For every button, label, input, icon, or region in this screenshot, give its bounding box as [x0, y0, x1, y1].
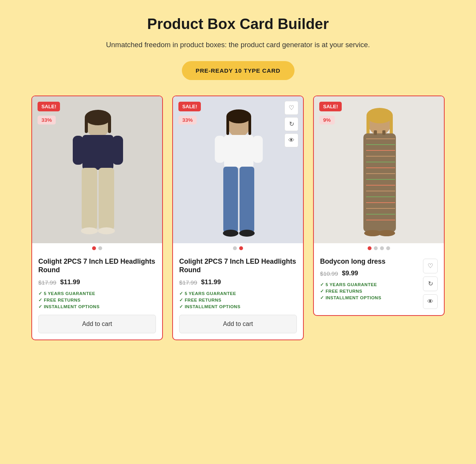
- sale-badge-3: SALE!: [319, 102, 342, 111]
- svg-rect-22: [226, 116, 229, 135]
- compare-button-2[interactable]: ↻: [284, 117, 298, 131]
- svg-rect-11: [108, 118, 111, 133]
- cta-button[interactable]: PRE-READY 10 TYPE CARD: [182, 61, 295, 80]
- svg-rect-15: [215, 136, 225, 163]
- card-body-1: Colight 2PCS 7 Inch LED Headlights Round…: [32, 252, 162, 340]
- card-body-2: Colight 2PCS 7 Inch LED Headlights Round…: [173, 252, 303, 340]
- svg-point-7: [81, 227, 98, 234]
- features-1: 5 YEARS GUARANTEE FREE RETURNS INSTALLME…: [38, 291, 156, 309]
- price-row-1: $17.99 $11.99: [38, 278, 156, 286]
- price-old-2: $17.99: [179, 279, 197, 286]
- features-2: 5 YEARS GUARANTEE FREE RETURNS INSTALLME…: [179, 291, 297, 309]
- dot-3-1[interactable]: [374, 246, 378, 250]
- product-card-3: SALE! 9% Bodycon long dress $10.99 $9.99…: [313, 96, 445, 316]
- card-title-2: Colight 2PCS 7 Inch LED Headlights Round: [179, 257, 297, 275]
- features-3: 5 YEARS GUARANTEE FREE RETURNS INSTALLME…: [320, 282, 418, 300]
- side-icons-3: ♡ ↻ 👁: [423, 257, 438, 309]
- dot-3-3[interactable]: [386, 246, 390, 250]
- feature-3-1: FREE RETURNS: [320, 288, 418, 294]
- feature-3-0: 5 YEARS GUARANTEE: [320, 282, 418, 287]
- svg-rect-16: [253, 136, 263, 163]
- wishlist-button-2[interactable]: ♡: [284, 101, 298, 115]
- card-body-content-3: Bodycon long dress $10.99 $9.99 5 YEARS …: [320, 257, 418, 309]
- discount-badge-1: 33%: [38, 116, 56, 125]
- feature-3-2: INSTALLMENT OPTIONS: [320, 295, 418, 300]
- card-image-wrapper-1: SALE! 33%: [32, 96, 162, 243]
- svg-point-21: [226, 109, 251, 123]
- dot-3-0[interactable]: [368, 246, 372, 250]
- svg-point-48: [378, 230, 395, 236]
- feature-2-0: 5 YEARS GUARANTEE: [179, 291, 297, 296]
- price-old-3: $10.99: [320, 270, 338, 277]
- compare-button-3[interactable]: ↻: [423, 276, 438, 291]
- dot-2-0[interactable]: [233, 246, 237, 250]
- price-new-2: $11.99: [201, 278, 221, 286]
- svg-rect-2: [82, 135, 113, 170]
- product-card-1: SALE! 33% Colight 2PCS 7 Inch LED Headli…: [31, 96, 163, 341]
- feature-2-2: INSTALLMENT OPTIONS: [179, 304, 297, 309]
- svg-rect-5: [82, 168, 97, 230]
- svg-rect-23: [248, 116, 251, 135]
- price-row-3: $10.99 $9.99: [320, 270, 418, 277]
- svg-rect-18: [240, 167, 254, 232]
- page-title: Product Box Card Builder: [103, 15, 373, 32]
- page-header: Product Box Card Builder Unmatched freed…: [103, 15, 373, 80]
- view-button-3[interactable]: 👁: [423, 294, 438, 309]
- dots-1: [32, 243, 162, 252]
- svg-rect-6: [99, 168, 114, 230]
- svg-rect-45: [374, 130, 377, 135]
- feature-1-1: FREE RETURNS: [38, 297, 156, 303]
- card-title-1: Colight 2PCS 7 Inch LED Headlights Round: [38, 257, 156, 275]
- dots-3: [314, 243, 444, 252]
- svg-rect-46: [382, 130, 385, 135]
- card-image-wrapper-3: SALE! 9%: [314, 96, 444, 243]
- dots-2: [173, 243, 303, 252]
- price-old-1: $17.99: [38, 279, 56, 286]
- feature-1-2: INSTALLMENT OPTIONS: [38, 304, 156, 309]
- cards-container: SALE! 33% Colight 2PCS 7 Inch LED Headli…: [15, 96, 461, 341]
- card-title-3: Bodycon long dress: [320, 257, 418, 266]
- action-icons-2: ♡ ↻ 👁: [284, 101, 298, 147]
- svg-point-8: [98, 227, 115, 234]
- svg-rect-10: [85, 118, 88, 133]
- sale-badge-1: SALE!: [38, 102, 60, 111]
- product-card-2: SALE! 33% ♡ ↻ 👁 Colight 2PCS 7 Inch LED …: [172, 96, 304, 341]
- dot-1-0[interactable]: [92, 246, 96, 250]
- dot-3-2[interactable]: [380, 246, 384, 250]
- card-image-wrapper-2: SALE! 33% ♡ ↻ 👁: [173, 96, 303, 243]
- sale-badge-2: SALE!: [178, 102, 201, 111]
- wishlist-button-3[interactable]: ♡: [423, 259, 438, 273]
- svg-point-20: [239, 230, 255, 237]
- price-row-2: $17.99 $11.99: [179, 278, 297, 286]
- add-to-cart-button-2[interactable]: Add to cart: [179, 315, 297, 333]
- svg-rect-14: [224, 135, 253, 168]
- svg-rect-29: [363, 133, 396, 232]
- feature-2-1: FREE RETURNS: [179, 297, 297, 303]
- view-button-2[interactable]: 👁: [284, 133, 298, 147]
- svg-rect-3: [73, 136, 84, 165]
- svg-rect-17: [223, 167, 238, 232]
- svg-point-19: [223, 230, 238, 237]
- dot-2-1[interactable]: [239, 246, 243, 250]
- page-subtitle: Unmatched freedom in product boxes: the …: [103, 39, 373, 50]
- svg-rect-4: [112, 136, 123, 165]
- add-to-cart-button-1[interactable]: Add to cart: [38, 315, 156, 333]
- card-body-3: Bodycon long dress $10.99 $9.99 5 YEARS …: [314, 252, 444, 315]
- feature-1-0: 5 YEARS GUARANTEE: [38, 291, 156, 296]
- price-new-3: $9.99: [342, 270, 358, 277]
- discount-badge-3: 9%: [319, 116, 335, 125]
- svg-point-9: [85, 110, 111, 125]
- dot-1-1[interactable]: [98, 246, 102, 250]
- discount-badge-2: 33%: [178, 116, 197, 125]
- price-new-1: $11.99: [60, 278, 80, 286]
- svg-point-26: [366, 108, 393, 123]
